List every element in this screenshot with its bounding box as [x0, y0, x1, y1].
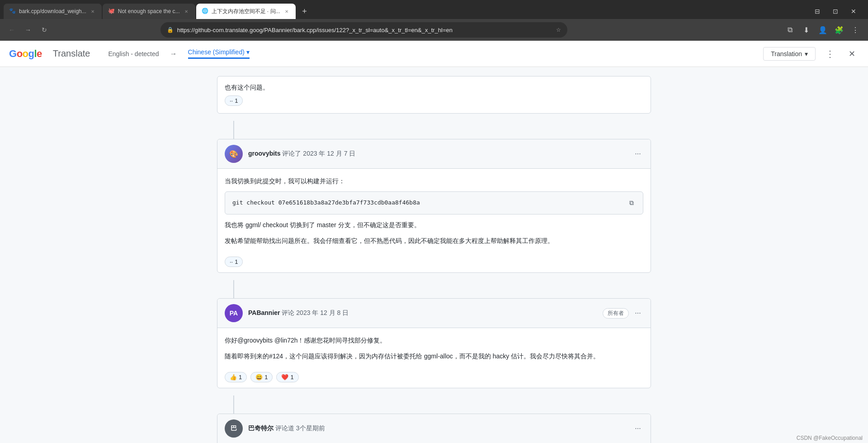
tab-3[interactable]: 🌐 上下文内存池空间不足 · 问... ✕ — [196, 4, 296, 19]
comment-groovybits-line3: 发帖希望能帮助找出问题所在。我会仔细查看它，但不熟悉代码，因此不确定我能在多大程… — [225, 236, 643, 246]
reaction-pa-2-count: 1 — [264, 374, 268, 381]
translate-close-button[interactable]: ✕ — [844, 47, 859, 61]
comment-pabannier-date: 2023 年 12 月 8 日 — [296, 309, 349, 316]
reaction-pa-3-emoji: ❤️ — [281, 374, 288, 381]
comment-groovybits-more[interactable]: ··· — [632, 148, 643, 159]
comment-groovybits-date: 2023 年 12 月 7 日 — [303, 150, 355, 157]
refresh-button[interactable]: ↻ — [38, 24, 51, 36]
partial-comment-text: 也有这个问题。 — [225, 84, 643, 92]
maximize-icon[interactable]: ⊡ — [828, 4, 843, 19]
comment-groovybits-username: groovybits — [248, 150, 281, 157]
tab-2-close[interactable]: ✕ — [183, 8, 190, 15]
comment-baqi-actions: ··· — [632, 423, 643, 434]
reaction-pa-2-emoji: 😄 — [255, 374, 263, 381]
url-bar[interactable]: 🔒 https://github-com.translate.goog/PABa… — [160, 22, 567, 38]
comment-baqi-header: 巴 巴奇特尔 评论道 3个星期前 ··· — [217, 414, 651, 443]
reaction-groovy-1-emoji: ·· — [230, 258, 233, 265]
tab-2-title: Not enough space the c... — [118, 8, 180, 14]
translate-bar: Google Translate English - detected → Ch… — [0, 41, 868, 67]
target-language-dropdown-icon: ▾ — [246, 48, 250, 56]
comment-groovybits-header: 🎨 groovybits 评论了 2023 年 12 月 7 日 ··· — [217, 139, 651, 169]
tab-bar: 🐾 bark.cpp/download_weigh... ✕ 🐙 Not eno… — [0, 0, 868, 19]
reaction-pa-1[interactable]: 👍 1 — [225, 372, 247, 382]
comment-groovybits: 🎨 groovybits 评论了 2023 年 12 月 7 日 ··· 当我切… — [217, 139, 651, 273]
comment-pabannier-line2: 随着即将到来的#124，这个问题应该得到解决，因为内存估计被委托给 ggml-a… — [225, 351, 643, 361]
bottom-bar: CSDN @FakeOccupational — [791, 433, 868, 443]
comment-pabannier-line1: 你好@groovybits @lin72h！感谢您花时间寻找部分修复。 — [225, 335, 643, 345]
tab-1[interactable]: 🐾 bark.cpp/download_weigh... ✕ — [4, 4, 102, 19]
reaction-pa-3[interactable]: ❤️ 1 — [276, 372, 298, 382]
comment-baqi-meta: 巴奇特尔 评论道 3个星期前 — [248, 424, 627, 433]
comment-pabannier-reactions: 👍 1 😄 1 ❤️ 1 — [217, 368, 651, 388]
profile-icon[interactable]: 👤 — [816, 23, 830, 37]
security-icon: 🔒 — [167, 27, 174, 33]
translate-more-button[interactable]: ⋮ — [823, 47, 837, 61]
downloads-icon[interactable]: ⬇ — [799, 23, 814, 37]
window-controls: ⊟ ⊡ ✕ — [810, 4, 861, 19]
translation-button-label: Translation — [771, 50, 802, 57]
target-language-selector[interactable]: Chinese (Simplified) ▾ — [188, 48, 250, 59]
tab-3-favicon: 🌐 — [202, 8, 209, 15]
minimize-icon[interactable]: ⊟ — [810, 4, 825, 19]
comment-groovybits-line2: 我也将 ggml/ checkout 切换到了 master 分支，但不确定这是… — [225, 220, 643, 230]
new-tab-button[interactable]: + — [298, 5, 311, 18]
reaction-pa-2[interactable]: 😄 1 — [250, 372, 273, 382]
partial-comment-reactions: ·· 1 — [225, 92, 643, 106]
code-content: git checkout 07e651618b3a8a27de3bfa7f733… — [232, 198, 420, 208]
translate-more-icon: ⋮ — [826, 48, 835, 59]
translation-dropdown-icon: ▾ — [805, 50, 808, 57]
comment-groovybits-meta: groovybits 评论了 2023 年 12 月 7 日 — [248, 150, 627, 158]
reaction-pa-1-emoji: 👍 — [230, 374, 237, 381]
target-language-text: Chinese (Simplified) — [188, 48, 245, 56]
browser-chrome: 🐾 bark.cpp/download_weigh... ✕ 🐙 Not eno… — [0, 0, 868, 41]
reaction-groovy-1-count: 1 — [235, 258, 238, 265]
avatar-groovybits: 🎨 — [225, 145, 243, 163]
comment-pabannier-username: PABannier — [248, 309, 280, 316]
bookmark-icon[interactable]: ☆ — [556, 27, 561, 33]
partial-reaction-1[interactable]: ·· 1 — [225, 95, 243, 106]
comment-baqi: 巴 巴奇特尔 评论道 3个星期前 ··· @groovybits我尝试切换提交但… — [217, 414, 651, 443]
comment-pabannier-more[interactable]: ··· — [632, 308, 643, 319]
owner-badge: 所有者 — [603, 308, 629, 319]
tab-1-favicon: 🐾 — [9, 8, 16, 15]
tab-2[interactable]: 🐙 Not enough space the c... ✕ — [103, 4, 195, 19]
tab-3-title: 上下文内存池空间不足 · 问... — [212, 8, 280, 15]
comment-groovybits-reactions: ·· 1 — [217, 253, 651, 272]
thread-separator — [233, 121, 234, 139]
extensions2-icon[interactable]: 🧩 — [832, 23, 846, 37]
copy-code-button[interactable]: ⧉ — [627, 197, 636, 209]
comment-pabannier-meta: PABannier 评论 2023 年 12 月 8 日 — [248, 309, 597, 317]
comment-groovybits-action: 评论了 — [282, 150, 303, 157]
menu-icon[interactable]: ⋮ — [848, 23, 863, 37]
comment-pabannier-actions: 所有者 ··· — [603, 308, 643, 319]
google-logo: Google — [9, 48, 42, 60]
thread-separator-2 — [233, 280, 234, 298]
comment-baqi-username: 巴奇特尔 — [248, 424, 274, 432]
content-wrapper: 也有这个问题。 ·· 1 🎨 groovybits 评论了 2023 年 12 … — [208, 76, 660, 443]
forward-button[interactable]: → — [22, 24, 34, 36]
comment-baqi-action: 评论道 — [275, 424, 296, 432]
translation-button[interactable]: Translation ▾ — [763, 47, 816, 61]
extensions-icon[interactable]: ⧉ — [783, 23, 797, 37]
thread-separator-3 — [233, 395, 234, 414]
bottom-bar-text: CSDN @FakeOccupational — [797, 435, 863, 441]
partial-comment-card: 也有这个问题。 ·· 1 — [217, 76, 651, 114]
comment-groovybits-line1: 当我切换到此提交时，我可以构建并运行： — [225, 176, 643, 186]
avatar-baqi: 巴 — [225, 419, 243, 438]
back-button[interactable]: ← — [5, 24, 18, 36]
comment-baqi-more[interactable]: ··· — [632, 423, 643, 434]
source-language: English - detected — [108, 50, 159, 57]
tab-3-close[interactable]: ✕ — [283, 8, 290, 15]
reaction-pa-3-count: 1 — [290, 374, 293, 381]
translate-close-icon: ✕ — [849, 49, 855, 59]
avatar-pabannier: PA — [225, 304, 243, 322]
window-close-icon[interactable]: ✕ — [846, 4, 861, 19]
lang-arrow: → — [170, 50, 177, 58]
reaction-groovy-1[interactable]: ·· 1 — [225, 257, 243, 267]
address-bar: ← → ↻ 🔒 https://github-com.translate.goo… — [0, 19, 868, 41]
comment-pabannier-action: 评论 — [282, 309, 296, 316]
tab-1-title: bark.cpp/download_weigh... — [19, 8, 86, 14]
partial-reaction-emoji: ·· — [230, 97, 233, 104]
tab-1-close[interactable]: ✕ — [89, 8, 96, 15]
partial-reaction-count: 1 — [235, 97, 238, 104]
